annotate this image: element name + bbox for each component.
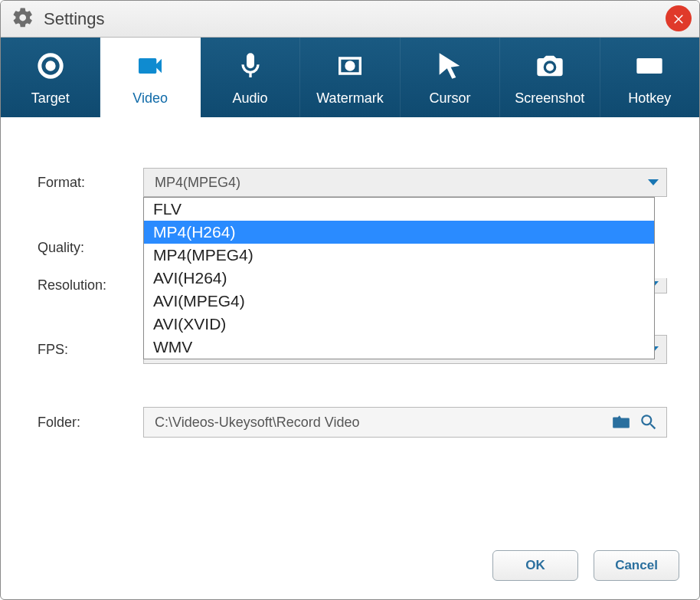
fps-label: FPS: (38, 342, 143, 358)
open-folder-icon[interactable] (611, 412, 631, 432)
folder-label: Folder: (38, 415, 143, 431)
folder-path-text: C:\Videos-Ukeysoft\Record Video (155, 415, 611, 431)
target-icon (35, 49, 66, 83)
format-option[interactable]: WMV (144, 336, 654, 359)
browse-icon[interactable] (639, 412, 659, 432)
quality-label: Quality: (38, 240, 143, 256)
camera-icon (535, 49, 565, 83)
tab-cursor[interactable]: Cursor (401, 38, 500, 117)
folder-input[interactable]: C:\Videos-Ukeysoft\Record Video (143, 407, 667, 438)
folder-row: Folder: C:\Videos-Ukeysoft\Record Video (38, 407, 667, 438)
format-dropdown: FLV MP4(H264) MP4(MPEG4) AVI(H264) AVI(M… (143, 197, 655, 359)
tab-label: Video (132, 90, 168, 107)
tab-bar: Target Video Audio Watermark Cursor (1, 38, 699, 117)
watermark-icon (335, 49, 365, 83)
tab-label: Screenshot (515, 90, 584, 107)
tab-watermark[interactable]: Watermark (300, 38, 400, 117)
tab-video[interactable]: Video (100, 38, 200, 117)
settings-window: Settings Target Video Audio (0, 0, 700, 600)
tab-audio[interactable]: Audio (201, 38, 300, 117)
window-title: Settings (44, 9, 105, 29)
format-option[interactable]: MP4(MPEG4) (144, 244, 654, 267)
chevron-down-icon (648, 179, 659, 185)
format-option[interactable]: AVI(H264) (144, 267, 654, 290)
resolution-label: Resolution: (38, 277, 143, 293)
ok-button[interactable]: OK (492, 550, 578, 581)
close-icon (672, 11, 685, 25)
format-option[interactable]: MP4(H264) (144, 221, 654, 244)
tab-label: Audio (233, 90, 268, 107)
title-bar: Settings (1, 1, 699, 38)
tab-label: Cursor (429, 90, 470, 107)
settings-content: Format: MP4(MPEG4) Quality: Resolution: … (1, 117, 699, 438)
format-select[interactable]: MP4(MPEG4) (143, 168, 667, 197)
format-selected-value: MP4(MPEG4) (155, 175, 240, 191)
format-option[interactable]: AVI(XVID) (144, 313, 654, 336)
format-row: Format: MP4(MPEG4) (38, 168, 667, 197)
tab-target[interactable]: Target (1, 38, 100, 117)
close-button[interactable] (666, 5, 692, 31)
cursor-icon (434, 49, 465, 83)
video-icon (135, 49, 165, 83)
format-option[interactable]: FLV (144, 198, 654, 221)
microphone-icon (235, 49, 266, 83)
format-label: Format: (38, 175, 143, 191)
tab-label: Target (31, 90, 70, 107)
tab-screenshot[interactable]: Screenshot (500, 38, 600, 117)
cancel-button[interactable]: Cancel (594, 550, 679, 581)
dialog-buttons: OK Cancel (492, 550, 679, 581)
tab-hotkey[interactable]: Hotkey (600, 38, 699, 117)
keyboard-icon (634, 49, 665, 83)
format-option[interactable]: AVI(MPEG4) (144, 290, 654, 313)
tab-label: Watermark (316, 90, 383, 107)
gear-icon (11, 6, 34, 32)
tab-label: Hotkey (628, 90, 671, 107)
